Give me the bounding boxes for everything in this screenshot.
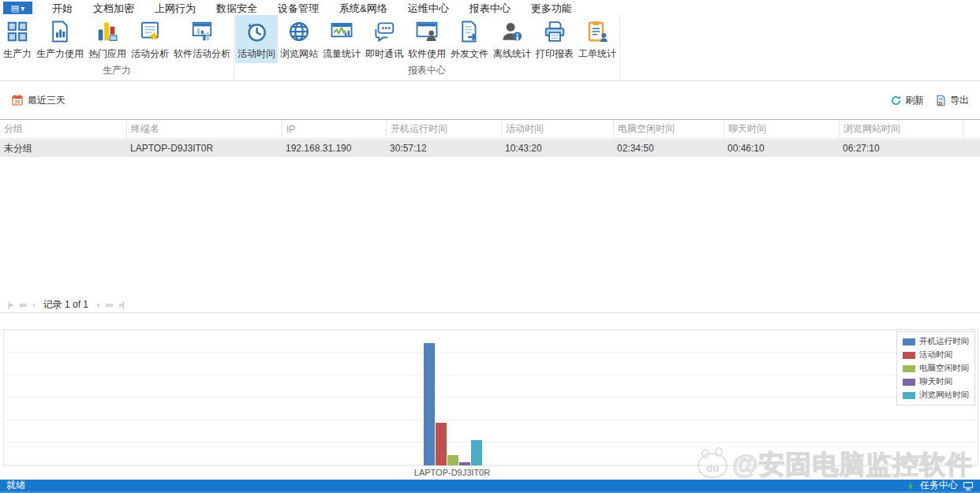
ribbon-item-traffic-stats[interactable]: 流量统计 — [320, 15, 363, 63]
legend-label: 浏览网站时间 — [919, 390, 969, 401]
ribbon-item-productivity-usage[interactable]: 生产力使用 — [34, 15, 86, 63]
ribbon-item-activity-analysis[interactable]: 活动分析 — [129, 15, 171, 63]
column-header-active-time[interactable]: 活动时间 — [501, 120, 613, 138]
ribbon-item-label: 外发文件 — [451, 47, 488, 61]
ribbon-item-label: 即时通讯 — [365, 47, 403, 61]
refresh-icon — [890, 95, 902, 106]
next-record-button[interactable]: › — [94, 301, 102, 309]
app-menu-button[interactable]: ▤ ▾ — [3, 2, 32, 14]
legend-swatch — [903, 379, 915, 386]
task-center-button[interactable]: 任务中心 — [920, 479, 958, 492]
ribbon-item-label: 热门应用 — [88, 47, 126, 61]
ribbon-item-browse-websites[interactable]: 浏览网站 — [278, 15, 320, 63]
monitor-wave-icon — [330, 20, 353, 43]
legend-label: 聊天时间 — [919, 376, 952, 387]
ribbon-group-label: 报表中心 — [235, 63, 619, 80]
cell-active-time: 10:43:20 — [501, 140, 613, 157]
next-page-button[interactable]: »» — [102, 301, 115, 309]
chart-bar — [471, 440, 482, 465]
document-chart-icon — [48, 20, 72, 43]
ribbon-item-print-report[interactable]: 打印报表 — [533, 15, 576, 63]
column-header-idle-time[interactable]: 电脑空闲时间 — [613, 120, 724, 138]
legend-swatch — [903, 392, 915, 399]
column-header-terminal-name[interactable]: 终端名 — [126, 120, 282, 138]
chat-bubbles-icon — [372, 20, 396, 43]
ribbon-item-label: 打印报表 — [536, 47, 574, 61]
svg-text:23: 23 — [15, 99, 20, 104]
ribbon-item-offline-stats[interactable]: 离线统计 — [491, 15, 533, 63]
ribbon-group-label: 生产力 — [1, 63, 233, 80]
ribbon-item-label: 生产力 — [3, 47, 32, 61]
grid-icon — [6, 20, 29, 43]
monitor-icon[interactable] — [963, 480, 974, 491]
ribbon-item-hot-apps[interactable]: 热门应用 — [86, 15, 129, 63]
ribbon-item-software-activity-analysis[interactable]: 软件活动分析 — [171, 15, 233, 63]
legend-item: 电脑空闲时间 — [903, 363, 969, 374]
export-label: 导出 — [950, 94, 969, 107]
legend-item: 活动时间 — [903, 349, 969, 360]
ribbon-item-outgoing-files[interactable]: 外发文件 — [448, 15, 491, 63]
legend-label: 开机运行时间 — [919, 336, 969, 347]
ribbon-item-label: 工单统计 — [578, 47, 616, 61]
export-button[interactable]: 导出 — [935, 94, 969, 107]
app-window: ▤ ▾ 开始 文档加密 上网行为 数据安全 设备管理 系统&网络 运维中心 报表… — [0, 0, 980, 493]
legend-label: 活动时间 — [919, 349, 952, 360]
document-star-icon — [138, 20, 162, 43]
legend-swatch — [903, 352, 915, 359]
ribbon-item-work-order-stats[interactable]: 工单统计 — [576, 15, 619, 63]
date-range-filter[interactable]: 23 最近三天 — [11, 94, 65, 107]
column-header-spacer — [963, 120, 980, 138]
column-header-ip[interactable]: IP — [282, 120, 386, 138]
ribbon-group-productivity: 生产力 生产力使用 热门应用 活动分析 软件活动分析 — [0, 15, 234, 80]
chart-bar — [459, 462, 470, 465]
export-icon — [935, 95, 947, 106]
prev-page-button[interactable]: «« — [16, 301, 29, 309]
record-count-label: 记录 1 of 1 — [43, 298, 88, 312]
menu-bar: ▤ ▾ 开始 文档加密 上网行为 数据安全 设备管理 系统&网络 运维中心 报表… — [0, 0, 980, 15]
first-record-button[interactable]: |« — [5, 301, 16, 309]
record-navigator: |« «« ‹ 记录 1 of 1 › »» »| — [0, 297, 980, 313]
chart-bars — [4, 330, 902, 465]
ribbon-group-report-center: 活动时间 浏览网站 流量统计 即时通讯 软件使用 — [234, 15, 620, 80]
clock-history-icon — [245, 20, 268, 43]
printer-icon — [543, 20, 567, 43]
legend-swatch — [903, 338, 915, 345]
ribbon-item-label: 软件活动分析 — [174, 47, 230, 61]
chart-legend: 开机运行时间活动时间电脑空闲时间聊天时间浏览网站时间 — [896, 331, 975, 405]
last-record-button[interactable]: »| — [115, 301, 126, 309]
filter-toolbar: 23 最近三天 刷新 导出 — [0, 82, 980, 118]
column-header-browse-time[interactable]: 浏览网站时间 — [839, 120, 963, 138]
ribbon-item-label: 软件使用 — [408, 47, 446, 61]
colored-bars-icon — [95, 20, 119, 43]
chart-bar — [436, 423, 447, 465]
legend-item: 聊天时间 — [903, 376, 969, 387]
table-row[interactable]: 未分组 LAPTOP-D9J3IT0R 192.168.31.190 30:57… — [0, 140, 980, 157]
ribbon-item-activity-time[interactable]: 活动时间 — [235, 15, 278, 63]
chevron-down-icon: ▾ — [21, 4, 24, 13]
refresh-label: 刷新 — [905, 94, 924, 107]
prev-record-button[interactable]: ‹ — [29, 301, 37, 309]
green-down-arrow-icon — [906, 481, 915, 491]
ribbon-item-instant-messaging[interactable]: 即时通讯 — [363, 15, 406, 63]
table-header: 分组 终端名 IP 开机运行时间 活动时间 电脑空闲时间 聊天时间 浏览网站时间 — [0, 120, 980, 139]
ribbon-item-label: 生产力使用 — [36, 47, 84, 61]
legend-swatch — [903, 365, 915, 372]
ribbon-item-label: 浏览网站 — [280, 47, 318, 61]
ribbon-item-label: 离线统计 — [493, 47, 531, 61]
app-icon: ▤ — [11, 4, 19, 13]
ribbon: 生产力 生产力使用 热门应用 活动分析 软件活动分析 — [0, 15, 980, 81]
calendar-icon: 23 — [11, 94, 24, 106]
refresh-button[interactable]: 刷新 — [890, 94, 924, 107]
column-header-chat-time[interactable]: 聊天时间 — [724, 120, 839, 138]
ribbon-item-label: 流量统计 — [323, 47, 361, 61]
cell-spacer — [963, 140, 980, 157]
ribbon-item-label: 活动分析 — [131, 47, 169, 61]
cell-terminal-name: LAPTOP-D9J3IT0R — [126, 140, 282, 157]
ribbon-item-productivity[interactable]: 生产力 — [1, 15, 34, 63]
column-header-boot-runtime[interactable]: 开机运行时间 — [386, 120, 501, 138]
user-info-icon — [500, 20, 524, 43]
column-header-group[interactable]: 分组 — [0, 120, 126, 138]
ribbon-item-software-usage[interactable]: 软件使用 — [406, 15, 448, 63]
cell-idle-time: 02:34:50 — [613, 140, 724, 157]
status-text: 就绪 — [6, 479, 25, 492]
